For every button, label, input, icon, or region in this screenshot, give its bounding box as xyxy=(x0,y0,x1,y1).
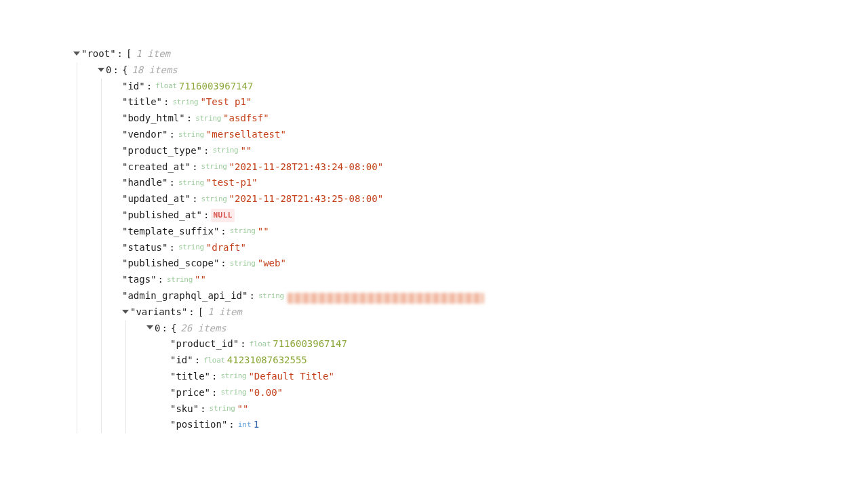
index-label: 0 xyxy=(155,321,160,337)
root-node[interactable]: root : [ 1 item xyxy=(73,46,868,62)
value-int: 1 xyxy=(254,417,259,433)
index-label: 0 xyxy=(106,62,111,79)
caret-down-icon[interactable] xyxy=(122,310,129,314)
variants-index-0-node[interactable]: 0 : { 26 items xyxy=(146,321,868,337)
json-tree: root : [ 1 item 0 : { 18 items id: float… xyxy=(0,0,868,433)
item-count: 26 items xyxy=(178,321,226,337)
value-string xyxy=(237,401,249,418)
kv-published-at: published_at: NULL xyxy=(122,207,868,224)
kv-variant-product-id: product_id: float 7116003967147 xyxy=(170,336,868,352)
kv-vendor: vendor: string mersellatest xyxy=(122,127,868,143)
value-string: 0.00 xyxy=(248,385,283,401)
value-string: mersellatest xyxy=(206,127,286,143)
value-string: test-p1 xyxy=(206,175,258,191)
kv-status: status: string draft xyxy=(122,240,868,256)
value-null: NULL xyxy=(211,209,235,223)
kv-variant-position: position: int 1 xyxy=(170,417,868,433)
kv-handle: handle: string test-p1 xyxy=(122,175,868,191)
kv-tags: tags: string xyxy=(122,272,868,288)
value-string: Test p1 xyxy=(200,94,252,110)
value-float: 7116003967147 xyxy=(179,79,254,95)
value-string: web xyxy=(258,256,286,272)
variants-node[interactable]: variants : [ 1 item xyxy=(122,304,868,321)
kv-variant-id: id: float 41231087632555 xyxy=(170,352,868,369)
value-float: 7116003967147 xyxy=(273,336,347,352)
value-string: draft xyxy=(206,240,246,256)
value-string xyxy=(240,143,252,159)
value-string: 2021-11-28T21:43:25-08:00 xyxy=(229,191,384,207)
kv-created-at: created_at: string 2021-11-28T21:43:24-0… xyxy=(122,159,868,176)
caret-down-icon[interactable] xyxy=(146,325,153,329)
kv-variant-title: title: string Default Title xyxy=(170,369,868,385)
redacted-value xyxy=(288,293,484,304)
value-string: 2021-11-28T21:43:24-08:00 xyxy=(229,159,384,176)
kv-body-html: body_html: string asdfsf xyxy=(122,110,868,127)
kv-product-type: product_type: string xyxy=(122,143,868,159)
kv-id: id: float 7116003967147 xyxy=(122,79,868,95)
kv-updated-at: updated_at: string 2021-11-28T21:43:25-0… xyxy=(122,191,868,207)
kv-template-suffix: template_suffix: string xyxy=(122,224,868,240)
item-count: 1 item xyxy=(133,46,170,62)
kv-variant-price: price: string 0.00 xyxy=(170,385,868,401)
kv-published-scope: published_scope: string web xyxy=(122,256,868,272)
value-string: Default Title xyxy=(248,369,334,385)
item-count: 1 item xyxy=(205,304,242,321)
value-string: asdfsf xyxy=(223,110,269,127)
value-string xyxy=(258,224,269,240)
value-string xyxy=(195,272,206,288)
item-count: 18 items xyxy=(129,62,177,79)
kv-variant-sku: sku: string xyxy=(170,401,868,418)
caret-down-icon[interactable] xyxy=(98,68,104,72)
kv-title: title: string Test p1 xyxy=(122,94,868,110)
caret-down-icon[interactable] xyxy=(73,52,80,56)
value-float: 41231087632555 xyxy=(227,352,307,369)
array-index-0-node[interactable]: 0 : { 18 items xyxy=(98,62,868,79)
root-key: root xyxy=(81,46,116,62)
kv-admin-graphql-api-id: admin_graphql_api_id: string xyxy=(122,288,868,304)
